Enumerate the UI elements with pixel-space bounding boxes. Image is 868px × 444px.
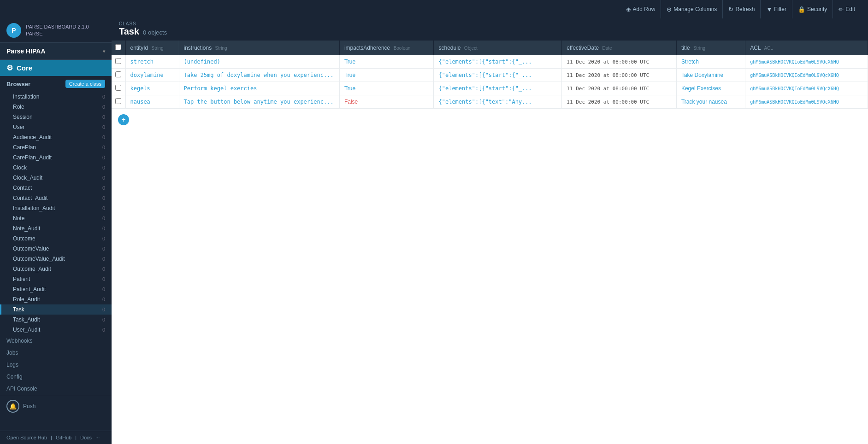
row-checkbox-1[interactable] [115,71,121,77]
cell-entityid-0[interactable]: stretch [125,55,179,69]
cell-entityid-3[interactable]: nausea [125,95,179,109]
cell-instructions-3[interactable]: Tap the button below anytime you experie… [179,95,339,109]
sidebar-item-jobs[interactable]: Jobs [0,347,112,359]
nav-item-label: Role_Audit [13,296,40,303]
cell-impactsadherence-3[interactable]: False [339,95,434,109]
sidebar-item-clock[interactable]: Clock0 [0,163,112,173]
row-checkbox-2[interactable] [115,85,121,91]
browser-section-header: Browser Create a class [0,76,112,92]
row-checkbox-3[interactable] [115,98,121,104]
header-schedule[interactable]: schedule Object [434,41,562,55]
cell-impactsadherence-2[interactable]: True [339,82,434,95]
cell-entityid-1[interactable]: doxylamine [125,69,179,82]
nav-item-label: Note [13,215,24,222]
cell-impactsadherence-1[interactable]: True [339,69,434,82]
sidebar-item-clock-audit[interactable]: Clock_Audit0 [0,173,112,183]
sidebar-item-audience-audit[interactable]: Audience_Audit0 [0,132,112,142]
cell-acl-3[interactable]: ghM6muASBkHOCVKQIoEdMm0L9VQcX6HQ [745,95,868,109]
sidebar-item-role-audit[interactable]: Role_Audit0 [0,294,112,304]
refresh-button[interactable]: ↻ Refresh [723,0,761,18]
sidebar-item-push[interactable]: 🔔 Push [0,395,112,417]
sidebar-item-role[interactable]: Role0 [0,102,112,112]
content-area: CLASS Task 0 objects entityId String ins… [112,18,868,444]
app-name-bar[interactable]: Parse HIPAA ▾ [0,43,112,60]
cell-effectivedate-3[interactable]: 11 Dec 2020 at 00:00:00 UTC [562,95,677,109]
github-link[interactable]: GitHub [56,435,71,440]
edit-button[interactable]: ✏ Edit [833,0,861,18]
cell-title-3[interactable]: Track your nausea [676,95,745,109]
sidebar-item-user-audit[interactable]: User_Audit0 [0,325,112,335]
sidebar-item-outcomevalue-audit[interactable]: OutcomeValue_Audit0 [0,254,112,264]
sidebar-item-task[interactable]: Task0 [0,304,112,315]
cell-instructions-2[interactable]: Perform kegel exercies [179,82,339,95]
core-section[interactable]: ⚙ Core [0,60,112,76]
nav-item-label: Installation [13,93,39,100]
sidebar-item-config[interactable]: Config [0,371,112,383]
sidebar-item-contact-audit[interactable]: Contact_Audit0 [0,193,112,203]
cell-acl-0[interactable]: ghM6muASBkHOCVKQIoEdMm0L9VQcX6HQ [745,55,868,69]
sidebar-item-careplan-audit[interactable]: CarePlan_Audit0 [0,152,112,163]
header-impactsadherence[interactable]: impactsAdherence Boolean [339,41,434,55]
sidebar-item-user[interactable]: User0 [0,122,112,132]
cell-title-0[interactable]: Stretch [676,55,745,69]
row-checkbox-0[interactable] [115,58,121,64]
nav-item-count: 0 [102,155,105,160]
cell-instructions-0[interactable]: (undefined) [179,55,339,69]
sidebar-item-patient-audit[interactable]: Patient_Audit0 [0,284,112,294]
cell-title-1[interactable]: Take Doxylamine [676,69,745,82]
add-row-icon: ⊕ [626,6,631,13]
sidebar: P PARSE DASHBOARD 2.1.0 PARSE Parse HIPA… [0,18,112,444]
manage-columns-button[interactable]: ⊕ Manage Columns [661,0,723,18]
core-icon: ⚙ [6,64,13,72]
sidebar-item-api-console[interactable]: API Console [0,383,112,395]
cell-entityid-2[interactable]: kegels [125,82,179,95]
select-all-checkbox[interactable] [115,44,121,50]
add-row-inline-button[interactable]: + [118,114,129,125]
add-row-button[interactable]: ⊕ Add Row [620,0,661,18]
sidebar-item-outcome-audit[interactable]: Outcome_Audit0 [0,264,112,274]
cell-schedule-0[interactable]: {"elements":[{"start":{"_... [434,55,562,69]
api-console-label: API Console [6,386,37,392]
cell-effectivedate-2[interactable]: 11 Dec 2020 at 08:00:00 UTC [562,82,677,95]
sidebar-item-webhooks[interactable]: Webhooks [0,335,112,347]
header-acl[interactable]: ACL ACL [745,41,868,55]
docs-link[interactable]: Docs [80,435,92,440]
header-entityid[interactable]: entityId String [125,41,179,55]
sidebar-item-careplan[interactable]: CarePlan0 [0,142,112,152]
nav-item-count: 0 [102,236,105,241]
security-button[interactable]: 🔒 Security [792,0,833,18]
sidebar-item-note[interactable]: Note0 [0,213,112,223]
open-source-hub-link[interactable]: Open Source Hub [6,435,47,440]
create-class-button[interactable]: Create a class [65,80,105,88]
sidebar-item-note-audit[interactable]: Note_Audit0 [0,223,112,234]
nav-item-count: 0 [102,297,105,302]
cell-acl-1[interactable]: ghM6muASBkHOCVKQIoEdMm0L9VQcX6HQ [745,69,868,82]
cell-schedule-2[interactable]: {"elements":[{"start":{"_... [434,82,562,95]
cell-title-2[interactable]: Kegel Exercises [676,82,745,95]
cell-instructions-1[interactable]: Take 25mg of doxylamine when you experie… [179,69,339,82]
header-effectivedate[interactable]: effectiveDate Date [562,41,677,55]
sidebar-item-task-audit[interactable]: Task_Audit0 [0,315,112,325]
sidebar-item-installaiton-audit[interactable]: Installaiton_Audit0 [0,203,112,213]
cell-acl-2[interactable]: ghM6muASBkHOCVKQIoEdMm0L9VQcX6HQ [745,82,868,95]
cell-effectivedate-1[interactable]: 11 Dec 2020 at 08:00:00 UTC [562,69,677,82]
cell-impactsadherence-0[interactable]: True [339,55,434,69]
nav-item-label: Note_Audit [13,225,40,232]
cell-schedule-1[interactable]: {"elements":[{"start":{"_... [434,69,562,82]
filter-button[interactable]: ▼ Filter [761,0,792,18]
header-instructions[interactable]: instructions String [179,41,339,55]
sidebar-item-outcomevalue[interactable]: OutcomeValue0 [0,244,112,254]
nav-item-count: 0 [102,94,105,99]
sidebar-item-session[interactable]: Session0 [0,112,112,122]
cell-schedule-3[interactable]: {"elements":[{"text":"Any... [434,95,562,109]
config-label: Config [6,374,23,380]
sidebar-item-logs[interactable]: Logs [0,359,112,371]
nav-item-label: Task_Audit [13,316,40,323]
nav-item-label: User_Audit [13,327,40,333]
sidebar-item-contact[interactable]: Contact0 [0,183,112,193]
sidebar-item-patient[interactable]: Patient0 [0,274,112,284]
sidebar-item-installation[interactable]: Installation0 [0,92,112,102]
sidebar-item-outcome[interactable]: Outcome0 [0,234,112,244]
header-title[interactable]: title String [676,41,745,55]
cell-effectivedate-0[interactable]: 11 Dec 2020 at 08:00:00 UTC [562,55,677,69]
